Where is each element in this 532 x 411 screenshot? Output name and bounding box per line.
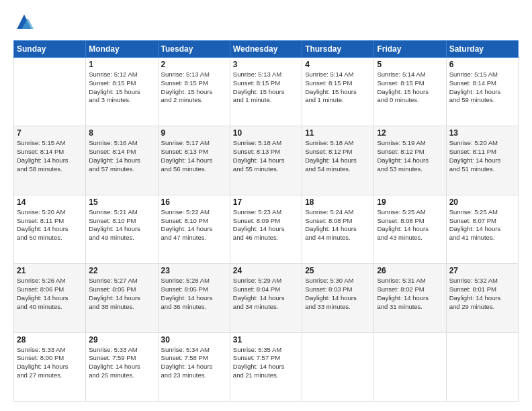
table-row: 20Sunrise: 5:25 AM Sunset: 8:07 PM Dayli… xyxy=(446,195,518,263)
day-number: 2 xyxy=(161,60,227,69)
day-number: 23 xyxy=(161,266,227,275)
table-row: 4Sunrise: 5:14 AM Sunset: 8:15 PM Daylig… xyxy=(302,58,374,126)
logo-icon xyxy=(13,12,35,34)
day-number: 29 xyxy=(89,335,154,345)
cell-info: Sunrise: 5:13 AM Sunset: 8:15 PM Dayligh… xyxy=(161,71,227,105)
table-row: 22Sunrise: 5:27 AM Sunset: 8:05 PM Dayli… xyxy=(86,264,158,332)
table-row: 5Sunrise: 5:14 AM Sunset: 8:15 PM Daylig… xyxy=(374,58,446,126)
header-tuesday: Tuesday xyxy=(158,41,230,58)
cell-info: Sunrise: 5:14 AM Sunset: 8:15 PM Dayligh… xyxy=(377,71,443,105)
day-number: 22 xyxy=(89,266,154,275)
table-row: 17Sunrise: 5:23 AM Sunset: 8:09 PM Dayli… xyxy=(230,195,302,263)
day-number: 6 xyxy=(449,60,515,69)
day-number: 31 xyxy=(233,335,299,345)
day-number: 1 xyxy=(89,60,154,69)
table-row: 28Sunrise: 5:33 AM Sunset: 8:00 PM Dayli… xyxy=(14,332,86,401)
header-thursday: Thursday xyxy=(302,41,374,58)
calendar-week-row: 21Sunrise: 5:26 AM Sunset: 8:06 PM Dayli… xyxy=(14,264,519,332)
cell-info: Sunrise: 5:34 AM Sunset: 7:58 PM Dayligh… xyxy=(161,346,227,380)
table-row: 16Sunrise: 5:22 AM Sunset: 8:10 PM Dayli… xyxy=(158,195,230,263)
header-saturday: Saturday xyxy=(446,41,518,58)
day-number: 10 xyxy=(233,128,299,138)
cell-info: Sunrise: 5:14 AM Sunset: 8:15 PM Dayligh… xyxy=(305,71,371,105)
header xyxy=(13,12,519,34)
cell-info: Sunrise: 5:35 AM Sunset: 7:57 PM Dayligh… xyxy=(233,346,299,380)
day-number: 15 xyxy=(89,197,154,207)
table-row: 11Sunrise: 5:18 AM Sunset: 8:12 PM Dayli… xyxy=(302,126,374,195)
cell-info: Sunrise: 5:21 AM Sunset: 8:10 PM Dayligh… xyxy=(89,208,154,242)
day-number: 8 xyxy=(89,128,154,138)
cell-info: Sunrise: 5:22 AM Sunset: 8:10 PM Dayligh… xyxy=(161,208,227,242)
table-row: 27Sunrise: 5:32 AM Sunset: 8:01 PM Dayli… xyxy=(446,264,518,332)
cell-info: Sunrise: 5:31 AM Sunset: 8:02 PM Dayligh… xyxy=(377,277,443,311)
cell-info: Sunrise: 5:18 AM Sunset: 8:12 PM Dayligh… xyxy=(305,139,371,173)
table-row: 25Sunrise: 5:30 AM Sunset: 8:03 PM Dayli… xyxy=(302,264,374,332)
calendar-week-row: 14Sunrise: 5:20 AM Sunset: 8:11 PM Dayli… xyxy=(14,195,519,263)
day-number: 7 xyxy=(17,128,83,138)
cell-info: Sunrise: 5:15 AM Sunset: 8:14 PM Dayligh… xyxy=(17,139,83,173)
day-number: 24 xyxy=(233,266,299,275)
cell-info: Sunrise: 5:13 AM Sunset: 8:15 PM Dayligh… xyxy=(233,71,299,105)
cell-info: Sunrise: 5:28 AM Sunset: 8:05 PM Dayligh… xyxy=(161,277,227,311)
table-row xyxy=(374,332,446,401)
table-row: 21Sunrise: 5:26 AM Sunset: 8:06 PM Dayli… xyxy=(14,264,86,332)
header-monday: Monday xyxy=(86,41,158,58)
day-number: 9 xyxy=(161,128,227,138)
day-number: 28 xyxy=(17,335,83,345)
table-row: 3Sunrise: 5:13 AM Sunset: 8:15 PM Daylig… xyxy=(230,58,302,126)
day-number: 14 xyxy=(17,197,83,207)
table-row: 26Sunrise: 5:31 AM Sunset: 8:02 PM Dayli… xyxy=(374,264,446,332)
day-number: 19 xyxy=(377,197,443,207)
cell-info: Sunrise: 5:33 AM Sunset: 7:59 PM Dayligh… xyxy=(89,346,154,380)
table-row: 13Sunrise: 5:20 AM Sunset: 8:11 PM Dayli… xyxy=(446,126,518,195)
table-row: 2Sunrise: 5:13 AM Sunset: 8:15 PM Daylig… xyxy=(158,58,230,126)
cell-info: Sunrise: 5:17 AM Sunset: 8:13 PM Dayligh… xyxy=(161,139,227,173)
table-row: 10Sunrise: 5:18 AM Sunset: 8:13 PM Dayli… xyxy=(230,126,302,195)
day-number: 13 xyxy=(449,128,515,138)
table-row: 15Sunrise: 5:21 AM Sunset: 8:10 PM Dayli… xyxy=(86,195,158,263)
calendar-week-row: 28Sunrise: 5:33 AM Sunset: 8:00 PM Dayli… xyxy=(14,332,519,401)
table-row: 14Sunrise: 5:20 AM Sunset: 8:11 PM Dayli… xyxy=(14,195,86,263)
table-row: 23Sunrise: 5:28 AM Sunset: 8:05 PM Dayli… xyxy=(158,264,230,332)
cell-info: Sunrise: 5:27 AM Sunset: 8:05 PM Dayligh… xyxy=(89,277,154,311)
table-row xyxy=(14,58,86,126)
table-row: 9Sunrise: 5:17 AM Sunset: 8:13 PM Daylig… xyxy=(158,126,230,195)
table-row: 7Sunrise: 5:15 AM Sunset: 8:14 PM Daylig… xyxy=(14,126,86,195)
day-number: 26 xyxy=(377,266,443,275)
day-number: 12 xyxy=(377,128,443,138)
calendar-week-row: 7Sunrise: 5:15 AM Sunset: 8:14 PM Daylig… xyxy=(14,126,519,195)
cell-info: Sunrise: 5:25 AM Sunset: 8:07 PM Dayligh… xyxy=(449,208,515,242)
table-row: 24Sunrise: 5:29 AM Sunset: 8:04 PM Dayli… xyxy=(230,264,302,332)
cell-info: Sunrise: 5:12 AM Sunset: 8:15 PM Dayligh… xyxy=(89,71,154,105)
cell-info: Sunrise: 5:15 AM Sunset: 8:14 PM Dayligh… xyxy=(449,71,515,105)
cell-info: Sunrise: 5:32 AM Sunset: 8:01 PM Dayligh… xyxy=(449,277,515,311)
cell-info: Sunrise: 5:20 AM Sunset: 8:11 PM Dayligh… xyxy=(17,208,83,242)
table-row: 12Sunrise: 5:19 AM Sunset: 8:12 PM Dayli… xyxy=(374,126,446,195)
day-number: 5 xyxy=(377,60,443,69)
table-row: 31Sunrise: 5:35 AM Sunset: 7:57 PM Dayli… xyxy=(230,332,302,401)
day-number: 20 xyxy=(449,197,515,207)
cell-info: Sunrise: 5:30 AM Sunset: 8:03 PM Dayligh… xyxy=(305,277,371,311)
table-row xyxy=(302,332,374,401)
day-number: 11 xyxy=(305,128,371,138)
day-number: 17 xyxy=(233,197,299,207)
day-number: 27 xyxy=(449,266,515,275)
page: Sunday Monday Tuesday Wednesday Thursday… xyxy=(0,0,532,411)
table-row: 29Sunrise: 5:33 AM Sunset: 7:59 PM Dayli… xyxy=(86,332,158,401)
day-number: 21 xyxy=(17,266,83,275)
header-friday: Friday xyxy=(374,41,446,58)
cell-info: Sunrise: 5:18 AM Sunset: 8:13 PM Dayligh… xyxy=(233,139,299,173)
day-number: 25 xyxy=(305,266,371,275)
day-number: 30 xyxy=(161,335,227,345)
table-row: 6Sunrise: 5:15 AM Sunset: 8:14 PM Daylig… xyxy=(446,58,518,126)
cell-info: Sunrise: 5:26 AM Sunset: 8:06 PM Dayligh… xyxy=(17,277,83,311)
cell-info: Sunrise: 5:33 AM Sunset: 8:00 PM Dayligh… xyxy=(17,346,83,380)
table-row: 18Sunrise: 5:24 AM Sunset: 8:08 PM Dayli… xyxy=(302,195,374,263)
logo xyxy=(13,12,38,34)
cell-info: Sunrise: 5:24 AM Sunset: 8:08 PM Dayligh… xyxy=(305,208,371,242)
calendar-table: Sunday Monday Tuesday Wednesday Thursday… xyxy=(13,40,519,402)
calendar-week-row: 1Sunrise: 5:12 AM Sunset: 8:15 PM Daylig… xyxy=(14,58,519,126)
table-row xyxy=(446,332,518,401)
table-row: 8Sunrise: 5:16 AM Sunset: 8:14 PM Daylig… xyxy=(86,126,158,195)
cell-info: Sunrise: 5:25 AM Sunset: 8:08 PM Dayligh… xyxy=(377,208,443,242)
